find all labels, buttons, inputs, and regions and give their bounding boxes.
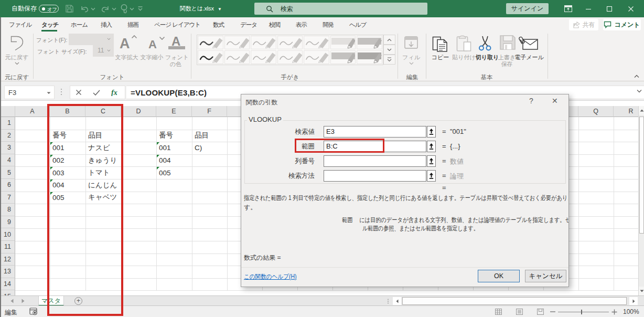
email-label[interactable]: 電子メール (514, 54, 544, 61)
ribbon-tab-9[interactable]: 校閲 (269, 21, 280, 29)
arg-collapse-button-1[interactable] (427, 126, 436, 138)
column-header-E[interactable]: E (156, 106, 192, 117)
ribbon-tab-6[interactable]: ページ レイアウト (154, 21, 200, 29)
row-header-9[interactable]: 9 (1, 216, 15, 229)
insert-function-icon[interactable]: fx (111, 89, 120, 96)
row-header-1[interactable]: 1 (1, 117, 15, 130)
highlighter-style-swatch[interactable] (357, 36, 382, 49)
vertical-scroll-thumb[interactable] (639, 117, 644, 234)
shrink-font-icon[interactable]: A (148, 36, 166, 49)
page-layout-view-icon[interactable] (516, 309, 523, 315)
ribbon-tab-11[interactable]: 開発 (323, 21, 334, 29)
column-header-D[interactable]: D (121, 106, 156, 117)
zoom-in-icon[interactable] (611, 309, 617, 315)
name-box-caret-icon[interactable] (47, 92, 51, 94)
font-name-dropdown[interactable] (69, 34, 114, 45)
row-header-8[interactable]: 8 (1, 204, 15, 216)
scroll-up-icon[interactable] (639, 106, 644, 115)
minimize-button[interactable] (581, 0, 596, 17)
arg-collapse-button-2[interactable] (427, 141, 436, 152)
email-icon[interactable] (518, 36, 538, 50)
scroll-down-icon[interactable] (639, 287, 644, 295)
touch-mode-icon[interactable] (120, 0, 129, 17)
page-break-view-icon[interactable] (537, 309, 544, 315)
arg-input-4[interactable] (324, 170, 426, 182)
name-box[interactable]: F3 (4, 86, 55, 99)
paste-icon[interactable] (456, 35, 471, 52)
function-help-link[interactable]: この関数のヘルプ(H) (244, 272, 297, 281)
pen-style-swatch[interactable] (198, 50, 223, 64)
cancel-entry-icon[interactable] (76, 89, 82, 96)
ribbon-display-options-icon[interactable] (560, 0, 576, 17)
ok-button[interactable]: OK (478, 270, 520, 282)
share-button[interactable]: 共有 (569, 19, 598, 30)
undo-big-icon[interactable] (10, 36, 24, 50)
ribbon-tab-5[interactable]: 描画 (127, 21, 138, 29)
highlighter-style-swatch[interactable] (330, 50, 356, 64)
row-header-3[interactable]: 3 (1, 142, 15, 154)
gallery-up-icon[interactable] (383, 35, 395, 45)
font-color-label-2[interactable]: の色 (165, 60, 187, 68)
arg-collapse-button-4[interactable] (427, 170, 436, 182)
zoom-out-icon[interactable] (550, 311, 555, 312)
vertical-scrollbar[interactable] (638, 106, 644, 295)
customize-qat-icon[interactable] (137, 0, 143, 17)
scroll-right-icon[interactable] (629, 297, 638, 305)
sheet-nav-right-icon[interactable] (21, 299, 25, 303)
pen-style-swatch[interactable] (251, 50, 276, 64)
save-icon[interactable] (65, 0, 74, 17)
close-button[interactable] (623, 0, 639, 17)
horizontal-scroll-thumb[interactable] (402, 297, 627, 305)
font-color-icon[interactable]: A (169, 34, 186, 47)
font-size-dropdown[interactable]: 11 (93, 45, 114, 57)
fill-icon[interactable] (404, 36, 418, 50)
row-header-15[interactable]: 15 (1, 290, 15, 295)
ribbon-tab-10[interactable]: 表示 (296, 21, 307, 29)
undo-dropdown-icon[interactable] (91, 0, 95, 17)
splitter-dots-icon[interactable] (387, 299, 389, 304)
zoom-level[interactable]: 100% (623, 308, 639, 315)
row-header-11[interactable]: 11 (1, 241, 15, 253)
grow-font-label[interactable]: 文字拡大 (114, 54, 139, 61)
ribbon-tab-1[interactable]: ファイル (9, 21, 31, 29)
column-header-F[interactable]: F (192, 106, 227, 117)
horizontal-scrollbar[interactable] (392, 297, 638, 305)
signin-button[interactable]: サインイン (506, 3, 549, 14)
column-header-Q[interactable]: Q (578, 106, 614, 117)
ribbon-tab-7[interactable]: 数式 (213, 21, 224, 29)
row-header-13[interactable]: 13 (1, 266, 15, 278)
highlighter-style-swatch[interactable] (330, 36, 356, 49)
paste-label[interactable]: 貼り付け (452, 54, 476, 61)
row-header-12[interactable]: 12 (1, 253, 15, 266)
pen-style-swatch[interactable] (198, 36, 223, 49)
redo-dropdown-icon[interactable] (112, 0, 116, 17)
ribbon-tab-3[interactable]: ホーム (71, 21, 88, 29)
confirm-entry-icon[interactable] (93, 90, 100, 96)
pen-style-swatch[interactable] (251, 36, 276, 49)
dialog-help-icon[interactable]: ? (529, 97, 533, 105)
redo-icon[interactable] (101, 0, 110, 17)
maximize-button[interactable] (602, 0, 617, 17)
cell-F2[interactable]: 品目 (192, 130, 227, 142)
row-header-2[interactable]: 2 (1, 130, 15, 142)
collapse-ribbon-icon[interactable] (634, 75, 639, 78)
ribbon-tab-8[interactable]: データ (240, 21, 257, 29)
undo-icon[interactable] (80, 0, 89, 17)
scroll-left-icon[interactable] (393, 297, 401, 305)
shrink-font-label[interactable]: 文字縮小 (139, 54, 164, 61)
expand-formula-bar-icon[interactable] (637, 89, 642, 93)
fill-label[interactable]: フィル (401, 54, 422, 61)
fill-chevron-icon[interactable] (409, 62, 414, 65)
arg-input-3[interactable] (324, 155, 426, 167)
arg-input-1[interactable]: E3 (324, 126, 426, 138)
search-box[interactable]: 検索 (254, 3, 427, 15)
normal-view-icon[interactable] (495, 309, 502, 315)
undo-chevron-icon[interactable] (15, 62, 19, 65)
sheet-nav-left-icon[interactable] (10, 299, 14, 303)
overwrite-save-label-2[interactable]: 保存 (495, 60, 519, 68)
copy-label[interactable]: コピー (428, 54, 452, 61)
cell-F3[interactable]: C) (192, 142, 227, 154)
grow-font-icon[interactable]: A (120, 35, 138, 49)
row-header-4[interactable]: 4 (1, 154, 15, 167)
zoom-slider-track[interactable] (558, 312, 609, 312)
